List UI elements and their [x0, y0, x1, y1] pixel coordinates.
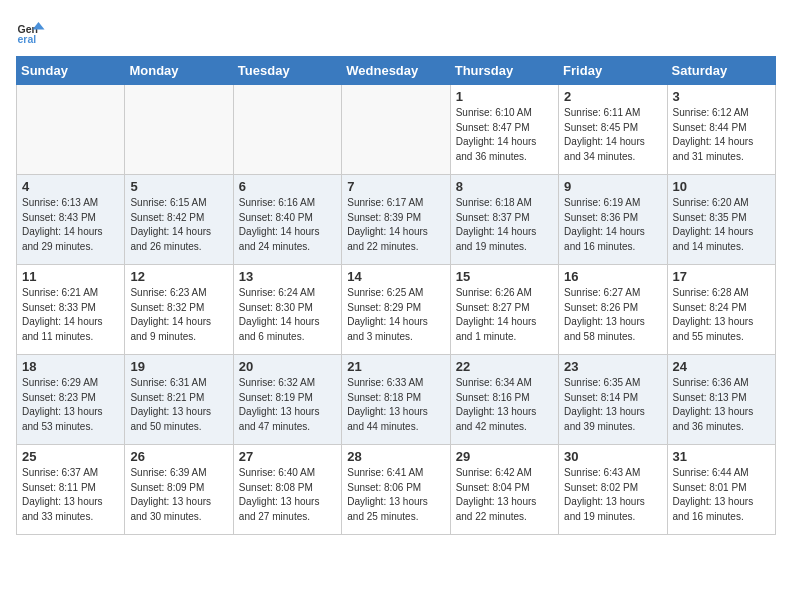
day-info: Sunrise: 6:41 AMSunset: 8:06 PMDaylight:… — [347, 466, 444, 524]
calendar-cell: 18Sunrise: 6:29 AMSunset: 8:23 PMDayligh… — [17, 355, 125, 445]
day-info: Sunrise: 6:31 AMSunset: 8:21 PMDaylight:… — [130, 376, 227, 434]
day-number: 7 — [347, 179, 444, 194]
calendar-cell — [342, 85, 450, 175]
day-info: Sunrise: 6:39 AMSunset: 8:09 PMDaylight:… — [130, 466, 227, 524]
day-info: Sunrise: 6:16 AMSunset: 8:40 PMDaylight:… — [239, 196, 336, 254]
day-number: 6 — [239, 179, 336, 194]
day-info: Sunrise: 6:40 AMSunset: 8:08 PMDaylight:… — [239, 466, 336, 524]
logo-icon: Gen eral — [16, 16, 46, 46]
day-info: Sunrise: 6:13 AMSunset: 8:43 PMDaylight:… — [22, 196, 119, 254]
day-number: 31 — [673, 449, 770, 464]
column-header-saturday: Saturday — [667, 57, 775, 85]
day-info: Sunrise: 6:28 AMSunset: 8:24 PMDaylight:… — [673, 286, 770, 344]
calendar-cell: 8Sunrise: 6:18 AMSunset: 8:37 PMDaylight… — [450, 175, 558, 265]
calendar-header-row: SundayMondayTuesdayWednesdayThursdayFrid… — [17, 57, 776, 85]
calendar-cell: 13Sunrise: 6:24 AMSunset: 8:30 PMDayligh… — [233, 265, 341, 355]
calendar-cell: 27Sunrise: 6:40 AMSunset: 8:08 PMDayligh… — [233, 445, 341, 535]
calendar-cell: 28Sunrise: 6:41 AMSunset: 8:06 PMDayligh… — [342, 445, 450, 535]
day-info: Sunrise: 6:18 AMSunset: 8:37 PMDaylight:… — [456, 196, 553, 254]
calendar-cell: 1Sunrise: 6:10 AMSunset: 8:47 PMDaylight… — [450, 85, 558, 175]
day-number: 21 — [347, 359, 444, 374]
day-number: 22 — [456, 359, 553, 374]
calendar-cell: 2Sunrise: 6:11 AMSunset: 8:45 PMDaylight… — [559, 85, 667, 175]
calendar-cell: 12Sunrise: 6:23 AMSunset: 8:32 PMDayligh… — [125, 265, 233, 355]
day-number: 18 — [22, 359, 119, 374]
day-info: Sunrise: 6:43 AMSunset: 8:02 PMDaylight:… — [564, 466, 661, 524]
calendar-cell: 3Sunrise: 6:12 AMSunset: 8:44 PMDaylight… — [667, 85, 775, 175]
day-number: 27 — [239, 449, 336, 464]
day-number: 20 — [239, 359, 336, 374]
day-number: 24 — [673, 359, 770, 374]
day-info: Sunrise: 6:21 AMSunset: 8:33 PMDaylight:… — [22, 286, 119, 344]
calendar-cell: 26Sunrise: 6:39 AMSunset: 8:09 PMDayligh… — [125, 445, 233, 535]
calendar-cell: 31Sunrise: 6:44 AMSunset: 8:01 PMDayligh… — [667, 445, 775, 535]
calendar-week-row: 4Sunrise: 6:13 AMSunset: 8:43 PMDaylight… — [17, 175, 776, 265]
day-number: 26 — [130, 449, 227, 464]
day-info: Sunrise: 6:17 AMSunset: 8:39 PMDaylight:… — [347, 196, 444, 254]
column-header-tuesday: Tuesday — [233, 57, 341, 85]
day-info: Sunrise: 6:24 AMSunset: 8:30 PMDaylight:… — [239, 286, 336, 344]
day-info: Sunrise: 6:29 AMSunset: 8:23 PMDaylight:… — [22, 376, 119, 434]
calendar-cell: 21Sunrise: 6:33 AMSunset: 8:18 PMDayligh… — [342, 355, 450, 445]
calendar-cell: 19Sunrise: 6:31 AMSunset: 8:21 PMDayligh… — [125, 355, 233, 445]
day-number: 4 — [22, 179, 119, 194]
column-header-wednesday: Wednesday — [342, 57, 450, 85]
column-header-monday: Monday — [125, 57, 233, 85]
day-number: 5 — [130, 179, 227, 194]
column-header-friday: Friday — [559, 57, 667, 85]
calendar-cell: 29Sunrise: 6:42 AMSunset: 8:04 PMDayligh… — [450, 445, 558, 535]
calendar-cell: 30Sunrise: 6:43 AMSunset: 8:02 PMDayligh… — [559, 445, 667, 535]
calendar-cell: 24Sunrise: 6:36 AMSunset: 8:13 PMDayligh… — [667, 355, 775, 445]
calendar-cell: 6Sunrise: 6:16 AMSunset: 8:40 PMDaylight… — [233, 175, 341, 265]
day-number: 1 — [456, 89, 553, 104]
day-number: 14 — [347, 269, 444, 284]
day-info: Sunrise: 6:36 AMSunset: 8:13 PMDaylight:… — [673, 376, 770, 434]
day-number: 9 — [564, 179, 661, 194]
calendar-cell: 16Sunrise: 6:27 AMSunset: 8:26 PMDayligh… — [559, 265, 667, 355]
day-number: 10 — [673, 179, 770, 194]
calendar-week-row: 25Sunrise: 6:37 AMSunset: 8:11 PMDayligh… — [17, 445, 776, 535]
calendar-week-row: 1Sunrise: 6:10 AMSunset: 8:47 PMDaylight… — [17, 85, 776, 175]
day-info: Sunrise: 6:27 AMSunset: 8:26 PMDaylight:… — [564, 286, 661, 344]
calendar-table: SundayMondayTuesdayWednesdayThursdayFrid… — [16, 56, 776, 535]
day-number: 15 — [456, 269, 553, 284]
day-number: 8 — [456, 179, 553, 194]
calendar-cell: 9Sunrise: 6:19 AMSunset: 8:36 PMDaylight… — [559, 175, 667, 265]
column-header-sunday: Sunday — [17, 57, 125, 85]
logo: Gen eral — [16, 16, 50, 46]
column-header-thursday: Thursday — [450, 57, 558, 85]
day-info: Sunrise: 6:11 AMSunset: 8:45 PMDaylight:… — [564, 106, 661, 164]
day-number: 11 — [22, 269, 119, 284]
calendar-cell — [233, 85, 341, 175]
day-info: Sunrise: 6:42 AMSunset: 8:04 PMDaylight:… — [456, 466, 553, 524]
day-number: 16 — [564, 269, 661, 284]
day-info: Sunrise: 6:12 AMSunset: 8:44 PMDaylight:… — [673, 106, 770, 164]
day-info: Sunrise: 6:35 AMSunset: 8:14 PMDaylight:… — [564, 376, 661, 434]
calendar-cell: 14Sunrise: 6:25 AMSunset: 8:29 PMDayligh… — [342, 265, 450, 355]
calendar-week-row: 11Sunrise: 6:21 AMSunset: 8:33 PMDayligh… — [17, 265, 776, 355]
day-info: Sunrise: 6:37 AMSunset: 8:11 PMDaylight:… — [22, 466, 119, 524]
day-number: 29 — [456, 449, 553, 464]
day-info: Sunrise: 6:19 AMSunset: 8:36 PMDaylight:… — [564, 196, 661, 254]
day-info: Sunrise: 6:34 AMSunset: 8:16 PMDaylight:… — [456, 376, 553, 434]
svg-text:eral: eral — [18, 33, 37, 45]
day-number: 17 — [673, 269, 770, 284]
calendar-cell: 17Sunrise: 6:28 AMSunset: 8:24 PMDayligh… — [667, 265, 775, 355]
day-number: 19 — [130, 359, 227, 374]
calendar-cell: 10Sunrise: 6:20 AMSunset: 8:35 PMDayligh… — [667, 175, 775, 265]
day-info: Sunrise: 6:23 AMSunset: 8:32 PMDaylight:… — [130, 286, 227, 344]
day-info: Sunrise: 6:25 AMSunset: 8:29 PMDaylight:… — [347, 286, 444, 344]
day-info: Sunrise: 6:20 AMSunset: 8:35 PMDaylight:… — [673, 196, 770, 254]
day-info: Sunrise: 6:10 AMSunset: 8:47 PMDaylight:… — [456, 106, 553, 164]
day-info: Sunrise: 6:33 AMSunset: 8:18 PMDaylight:… — [347, 376, 444, 434]
calendar-cell: 20Sunrise: 6:32 AMSunset: 8:19 PMDayligh… — [233, 355, 341, 445]
calendar-cell — [125, 85, 233, 175]
day-number: 28 — [347, 449, 444, 464]
calendar-cell: 11Sunrise: 6:21 AMSunset: 8:33 PMDayligh… — [17, 265, 125, 355]
calendar-cell: 15Sunrise: 6:26 AMSunset: 8:27 PMDayligh… — [450, 265, 558, 355]
day-number: 30 — [564, 449, 661, 464]
calendar-cell: 7Sunrise: 6:17 AMSunset: 8:39 PMDaylight… — [342, 175, 450, 265]
header: Gen eral — [16, 16, 776, 46]
calendar-cell: 22Sunrise: 6:34 AMSunset: 8:16 PMDayligh… — [450, 355, 558, 445]
day-number: 23 — [564, 359, 661, 374]
